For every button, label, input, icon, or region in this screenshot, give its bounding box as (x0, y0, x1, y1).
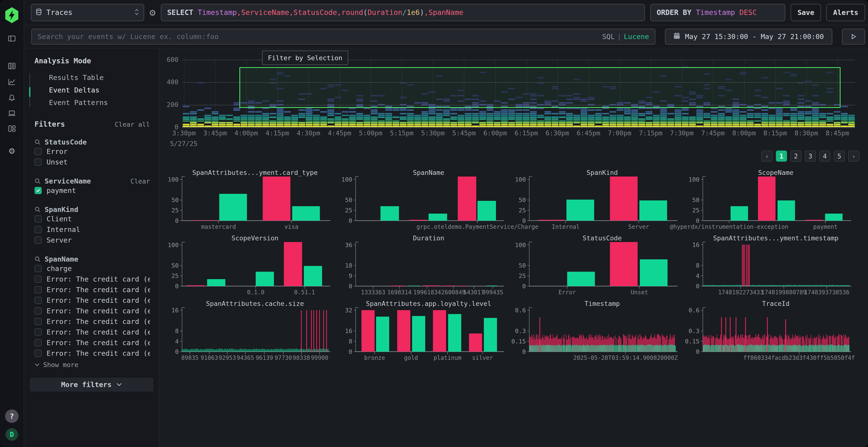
search-input[interactable] (37, 32, 604, 41)
alerts-button[interactable]: Alerts (826, 4, 865, 21)
filter-option[interactable]: Error: The credit card (end… (34, 274, 150, 284)
show-more-link[interactable]: Show more (34, 361, 150, 369)
bar-spike (743, 245, 744, 286)
filter-option[interactable]: Error: The credit card (end… (34, 316, 150, 327)
analysis-mode-item-results-table[interactable]: Results Table (34, 71, 150, 84)
avatar[interactable]: D (5, 428, 18, 441)
filter-option[interactable]: Server (34, 235, 150, 245)
settings-gear-icon[interactable]: ⚙ (9, 145, 15, 156)
bar-green (487, 286, 497, 286)
filter-option-label: payment (46, 186, 76, 195)
play-icon (850, 33, 857, 40)
checkbox-charge[interactable] (34, 265, 42, 272)
chart-y-tick: 0 (175, 283, 179, 290)
panel-left-icon[interactable] (7, 34, 16, 44)
clear-all-link[interactable]: Clear all (115, 121, 150, 128)
event-feed-icon[interactable] (7, 62, 16, 71)
filter-option[interactable]: Error: The credit card (end… (34, 327, 150, 337)
pagination-page-4[interactable]: 4 (819, 150, 830, 162)
chart-y-tick: 0 (696, 217, 700, 224)
pagination-page-5[interactable]: 5 (834, 150, 845, 162)
checkbox-server[interactable] (34, 237, 42, 244)
chart-y-tick: 16 (692, 241, 700, 248)
order-by-input[interactable]: ORDER BY Timestamp DESC (650, 4, 785, 21)
chart-y-tick: 8 (175, 328, 179, 335)
query-token: StatusCode (293, 8, 337, 16)
filter-option[interactable]: payment (34, 185, 150, 196)
search-icon[interactable] (34, 139, 41, 145)
chart-x-tick: 999435 (482, 289, 503, 296)
query-token: / (402, 8, 407, 16)
mode-lucene[interactable]: Lucene (624, 33, 649, 41)
filter-option[interactable]: Error (34, 146, 150, 157)
search-icon[interactable] (34, 178, 41, 184)
pagination-page-3[interactable]: 3 (805, 150, 816, 162)
sidebar: Analysis Mode Results TableEvent DeltasE… (24, 48, 159, 447)
filter-option[interactable]: Error: The credit card (end… (34, 348, 150, 358)
alerts-bell-icon[interactable] (7, 94, 16, 103)
sql-select-input[interactable]: SELECT Timestamp,ServiceName,StatusCode,… (161, 4, 645, 21)
dashboards-icon[interactable] (7, 124, 16, 134)
filter-option[interactable]: Error: The credit card (end… (34, 337, 150, 348)
source-settings-gear-icon[interactable]: ⚙ (150, 7, 156, 18)
chart-x-tick: 1698314 (387, 289, 411, 296)
checkbox-error-the-credi[interactable] (34, 307, 42, 314)
filter-option[interactable]: Error: The credit card (end… (34, 284, 150, 295)
filter-option[interactable]: Client (34, 214, 150, 224)
sessions-laptop-icon[interactable] (7, 109, 16, 118)
more-filters-button[interactable]: More filters (30, 378, 153, 391)
bar-spike (539, 317, 540, 352)
timeline-plot[interactable]: Filter by Selection (183, 60, 855, 127)
sql-select-tokens: Timestamp,ServiceName,StatusCode,round(D… (198, 8, 463, 16)
pagination-page-2[interactable]: 2 (790, 150, 802, 162)
help-button[interactable]: ? (5, 409, 19, 423)
timeline-selection-brush[interactable] (240, 67, 841, 108)
checkbox-error-the-credi[interactable] (34, 286, 42, 294)
chart-y-tick: 0 (349, 283, 352, 290)
save-button[interactable]: Save (790, 4, 821, 21)
search-box[interactable]: SQL|Lucene (31, 29, 655, 44)
checkbox-payment[interactable] (34, 187, 42, 194)
filter-by-selection-tooltip[interactable]: Filter by Selection (262, 50, 348, 65)
filter-option[interactable]: Internal (34, 224, 150, 235)
search-icon[interactable] (34, 256, 41, 262)
bar-spike (316, 310, 317, 352)
filter-option[interactable]: Error: The credit card (end… (34, 295, 150, 306)
analysis-mode-item-event-deltas[interactable]: Event Deltas (34, 84, 150, 96)
line-chart-icon[interactable] (7, 77, 16, 87)
checkbox-error[interactable] (34, 148, 42, 155)
search-icon[interactable] (34, 206, 41, 213)
checkbox-error-the-credi[interactable] (34, 329, 42, 336)
filter-option[interactable]: Unset (34, 157, 150, 167)
date-range-picker[interactable]: May 27 15:30:00 - May 27 21:00:00 (665, 29, 832, 44)
filter-option[interactable]: Error: The credit card (end… (34, 306, 150, 316)
bar-pink (458, 176, 476, 220)
app-root: ⚙ ? D Traces ⚙ SELECT Timestamp,ServiceN… (0, 0, 868, 447)
pagination-page-1[interactable]: 1 (776, 150, 787, 162)
timeline-x-tick: 4:00pm (235, 129, 258, 137)
chart-y-tick: 50 (692, 197, 700, 204)
chart-title: ScopeName (758, 169, 793, 176)
bar-pink (263, 176, 290, 220)
pagination-next-button[interactable]: › (848, 150, 859, 162)
analysis-mode-item-event-patterns[interactable]: Event Patterns (34, 96, 150, 109)
source-select[interactable]: Traces (31, 4, 144, 21)
checkbox-unset[interactable] (34, 159, 42, 166)
filter-option[interactable]: charge (34, 263, 150, 274)
checkbox-error-the-credi[interactable] (34, 297, 42, 304)
checkbox-client[interactable] (34, 215, 42, 222)
checkbox-error-the-credi[interactable] (34, 339, 42, 346)
timeline-x-tick: 6:30pm (546, 129, 569, 137)
source-select-label: Traces (46, 8, 130, 16)
checkbox-internal[interactable] (34, 226, 42, 233)
pagination-prev-button[interactable]: ‹ (762, 150, 773, 162)
chart-y-tick: 100 (515, 242, 526, 248)
mode-sql[interactable]: SQL (602, 33, 615, 41)
checkbox-error-the-credi[interactable] (34, 318, 42, 325)
filter-group-clear-link[interactable]: Clear (130, 177, 150, 185)
checkbox-error-the-credi[interactable] (34, 276, 42, 283)
query-token: , (337, 8, 341, 16)
checkbox-error-the-credi[interactable] (34, 350, 42, 357)
hyperdx-logo-icon[interactable] (4, 7, 19, 24)
run-query-button[interactable] (842, 29, 865, 44)
